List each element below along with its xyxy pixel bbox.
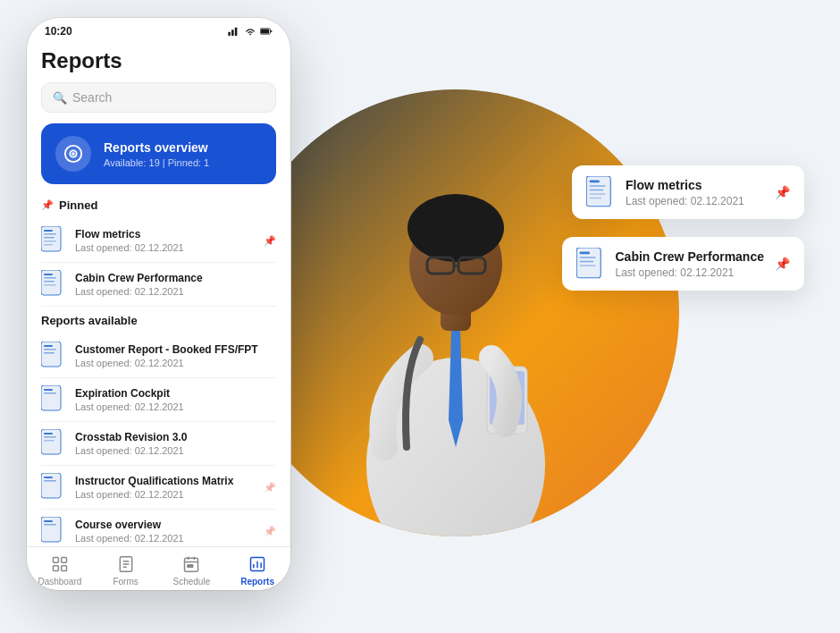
status-time: 10:20 — [45, 25, 72, 38]
bottom-nav: Dashboard Forms — [27, 546, 290, 590]
nav-item-forms[interactable]: Forms — [93, 554, 159, 587]
report-name: Cabin Crew Performance — [75, 272, 276, 284]
pin-indicator: 📌 — [264, 526, 276, 537]
svg-point-16 — [72, 153, 75, 156]
reports-nav-icon — [248, 554, 267, 574]
signal-icon — [228, 27, 240, 36]
report-date: Last opened: 02.12.2021 — [75, 533, 255, 544]
overview-icon — [55, 136, 91, 172]
phone-screen: 10:20 — [27, 18, 290, 590]
background-circle — [232, 89, 679, 536]
nav-item-reports[interactable]: Reports — [224, 554, 290, 587]
svg-rect-64 — [188, 565, 190, 568]
report-date: Last opened: 02.12.2021 — [75, 401, 276, 412]
nav-item-schedule[interactable]: Schedule — [159, 554, 225, 587]
svg-rect-41 — [44, 433, 53, 435]
svg-rect-37 — [44, 389, 53, 391]
svg-rect-20 — [44, 233, 56, 235]
overview-title: Reports overview — [104, 140, 209, 155]
search-icon: 🔍 — [53, 91, 67, 105]
svg-rect-9 — [228, 32, 231, 36]
pinned-list: Flow metrics Last opened: 02.12.2021 📌 — [41, 219, 276, 307]
screen-content: Reports 🔍 Search Reports overview Avai — [27, 41, 290, 546]
report-name: Course overview — [75, 519, 255, 531]
search-bar[interactable]: 🔍 Search — [41, 82, 276, 113]
svg-rect-75 — [590, 193, 606, 195]
svg-rect-13 — [261, 29, 270, 33]
svg-rect-54 — [53, 566, 58, 571]
doc-icon — [41, 385, 66, 414]
list-item[interactable]: Crosstab Revision 3.0 Last opened: 02.12… — [41, 422, 276, 466]
floating-card-date: Last opened: 02.12.2021 — [626, 195, 764, 207]
floating-card-title: Cabin Crew Performance — [616, 249, 765, 264]
svg-rect-28 — [44, 281, 55, 283]
overview-card[interactable]: Reports overview Available: 19 | Pinned:… — [41, 123, 276, 184]
svg-rect-80 — [579, 257, 595, 258]
svg-rect-82 — [579, 265, 595, 266]
doc-icon — [41, 342, 66, 370]
floating-card-date: Last opened: 02.12.2021 — [616, 266, 765, 279]
doc-icon — [41, 473, 66, 502]
svg-rect-47 — [44, 480, 56, 482]
battery-icon — [260, 27, 273, 36]
svg-rect-32 — [44, 345, 53, 347]
report-name: Expiration Cockpit — [75, 387, 276, 400]
floating-doc-icon — [586, 176, 615, 208]
pinned-section-header: 📌 Pinned — [41, 198, 276, 212]
status-bar: 10:20 — [27, 18, 290, 41]
nav-label-reports: Reports — [240, 577, 274, 587]
svg-rect-50 — [44, 520, 53, 522]
report-name: Customer Report - Booked FFS/FPT — [75, 343, 276, 356]
pin-icon: 📌 — [41, 199, 54, 211]
svg-rect-43 — [44, 440, 55, 442]
svg-rect-51 — [44, 524, 56, 526]
pin-indicator: 📌 — [264, 482, 276, 494]
floating-pin-icon: 📌 — [775, 185, 790, 199]
svg-rect-34 — [44, 352, 55, 354]
status-icons — [228, 27, 273, 36]
report-name: Instructor Qualifications Matrix — [75, 475, 255, 487]
available-section-header: Reports available — [41, 314, 276, 327]
svg-point-3 — [407, 194, 504, 262]
svg-rect-38 — [44, 392, 56, 394]
floating-card-text: Flow metrics Last opened: 02.12.2021 — [626, 178, 764, 207]
floating-card-flow-metrics[interactable]: Flow metrics Last opened: 02.12.2021 📌 — [572, 165, 804, 219]
nav-label-schedule: Schedule — [173, 577, 211, 587]
svg-rect-74 — [590, 190, 604, 191]
nav-item-dashboard[interactable]: Dashboard — [27, 554, 93, 587]
svg-rect-19 — [44, 230, 53, 232]
floating-card-cabin-crew[interactable]: Cabin Crew Performance Last opened: 02.1… — [562, 237, 805, 291]
list-item[interactable]: Expiration Cockpit Last opened: 02.12.20… — [41, 378, 276, 422]
floating-card-text: Cabin Crew Performance Last opened: 02.1… — [616, 249, 765, 279]
report-text: Customer Report - Booked FFS/FPT Last op… — [75, 343, 276, 368]
svg-rect-72 — [590, 181, 600, 183]
page-title: Reports — [41, 48, 276, 73]
dashboard-icon — [50, 554, 70, 574]
report-name: Flow metrics — [75, 228, 255, 241]
search-placeholder: Search — [72, 90, 112, 105]
report-date: Last opened: 02.12.2021 — [75, 242, 255, 253]
list-item[interactable]: Course overview Last opened: 02.12.2021 … — [41, 510, 276, 546]
floating-pin-icon: 📌 — [775, 257, 790, 271]
list-item[interactable]: Cabin Crew Performance Last opened: 02.1… — [41, 263, 276, 307]
list-item[interactable]: Customer Report - Booked FFS/FPT Last op… — [41, 334, 276, 378]
wifi-icon — [244, 27, 256, 36]
list-item[interactable]: Flow metrics Last opened: 02.12.2021 📌 — [41, 219, 276, 263]
forms-icon — [116, 554, 136, 574]
list-item[interactable]: Instructor Qualifications Matrix Last op… — [41, 466, 276, 510]
svg-rect-27 — [44, 277, 56, 279]
report-text: Expiration Cockpit Last opened: 02.12.20… — [75, 387, 276, 412]
nav-label-dashboard: Dashboard — [38, 577, 81, 587]
svg-rect-81 — [579, 261, 593, 263]
report-date: Last opened: 02.12.2021 — [75, 286, 276, 297]
doc-icon — [41, 429, 66, 458]
report-text: Course overview Last opened: 02.12.2021 — [75, 519, 255, 544]
svg-rect-53 — [62, 558, 67, 563]
svg-rect-65 — [191, 565, 194, 568]
report-text: Crosstab Revision 3.0 Last opened: 02.12… — [75, 431, 276, 456]
svg-rect-33 — [44, 349, 56, 350]
svg-rect-11 — [235, 28, 238, 36]
doc-icon — [41, 226, 66, 255]
report-text: Instructor Qualifications Matrix Last op… — [75, 475, 255, 500]
report-text: Flow metrics Last opened: 02.12.2021 — [75, 228, 255, 253]
